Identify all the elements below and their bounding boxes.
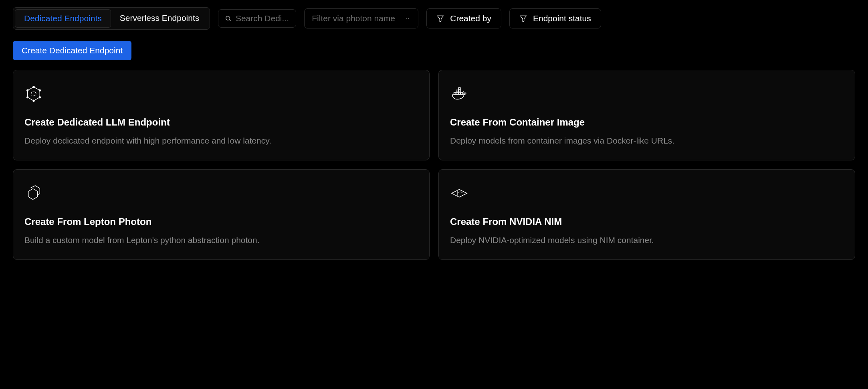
- svg-marker-3: [520, 16, 526, 22]
- svg-marker-4: [28, 87, 40, 101]
- svg-point-9: [27, 97, 28, 98]
- hexagon-network-icon: [24, 85, 43, 103]
- svg-point-10: [27, 89, 28, 91]
- tab-label: Dedicated Endpoints: [24, 14, 102, 23]
- svg-rect-17: [458, 90, 460, 92]
- svg-rect-12: [454, 92, 456, 94]
- toolbar: Dedicated Endpoints Serverless Endpoints…: [13, 7, 855, 30]
- search-input[interactable]: [236, 14, 289, 23]
- card-description: Build a custom model from Lepton's pytho…: [24, 235, 418, 245]
- nvidia-icon: [450, 184, 468, 203]
- card-title: Create Dedicated LLM Endpoint: [24, 117, 418, 128]
- card-description: Deploy dedicated endpoint with high perf…: [24, 136, 418, 146]
- card-lepton-photon[interactable]: Create From Lepton Photon Build a custom…: [13, 169, 430, 260]
- filter-icon: [519, 14, 527, 22]
- tab-group: Dedicated Endpoints Serverless Endpoints: [13, 7, 210, 30]
- hexagon-stack-icon: [24, 184, 43, 203]
- card-title: Create From NVIDIA NIM: [450, 216, 844, 227]
- card-llm-endpoint[interactable]: Create Dedicated LLM Endpoint Deploy ded…: [13, 70, 430, 160]
- button-label: Create Dedicated Endpoint: [22, 46, 123, 55]
- svg-marker-19: [28, 189, 38, 200]
- create-dedicated-endpoint-button[interactable]: Create Dedicated Endpoint: [13, 41, 131, 60]
- card-container-image[interactable]: Create From Container Image Deploy model…: [438, 70, 855, 160]
- card-title: Create From Container Image: [450, 117, 844, 128]
- filter-label: Endpoint status: [533, 14, 591, 23]
- tab-label: Serverless Endpoints: [120, 13, 199, 22]
- svg-point-7: [39, 97, 40, 98]
- svg-rect-14: [458, 92, 460, 94]
- photon-filter-select[interactable]: Filter via photon name: [304, 8, 418, 28]
- created-by-filter[interactable]: Created by: [426, 8, 501, 28]
- chevron-down-icon: [404, 15, 411, 22]
- tab-serverless[interactable]: Serverless Endpoints: [111, 9, 208, 28]
- svg-marker-20: [452, 189, 467, 197]
- card-description: Deploy NVIDIA-optimized models using NIM…: [450, 235, 844, 245]
- search-icon: [225, 14, 232, 22]
- svg-point-0: [226, 16, 230, 20]
- svg-marker-11: [31, 91, 36, 96]
- card-description: Deploy models from container images via …: [450, 136, 844, 146]
- filter-icon: [436, 14, 444, 22]
- card-title: Create From Lepton Photon: [24, 216, 418, 227]
- svg-point-5: [33, 86, 34, 88]
- select-placeholder: Filter via photon name: [312, 14, 395, 23]
- svg-point-8: [33, 100, 34, 101]
- card-nvidia-nim[interactable]: Create From NVIDIA NIM Deploy NVIDIA-opt…: [438, 169, 855, 260]
- svg-rect-13: [456, 92, 458, 94]
- svg-point-6: [39, 89, 40, 91]
- filter-label: Created by: [450, 14, 491, 23]
- svg-line-1: [230, 20, 231, 21]
- search-box[interactable]: [218, 9, 296, 28]
- svg-rect-18: [458, 88, 460, 90]
- svg-rect-15: [461, 92, 463, 94]
- endpoint-status-filter[interactable]: Endpoint status: [509, 8, 601, 28]
- docker-icon: [450, 85, 468, 103]
- svg-rect-16: [456, 90, 458, 92]
- svg-marker-2: [438, 16, 444, 22]
- card-grid: Create Dedicated LLM Endpoint Deploy ded…: [13, 70, 855, 260]
- tab-dedicated[interactable]: Dedicated Endpoints: [15, 9, 111, 28]
